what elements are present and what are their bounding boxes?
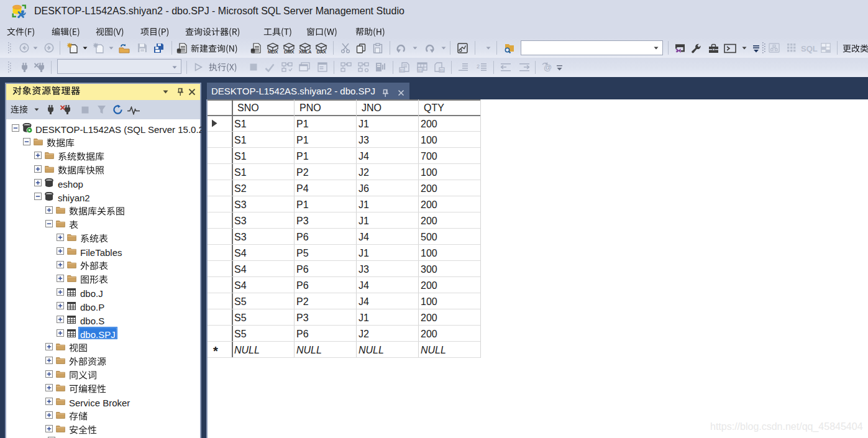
svg-text:DAX: DAX [317, 49, 327, 54]
svg-text:2: 2 [477, 63, 480, 70]
svg-text:01: 01 [440, 68, 444, 72]
svg-text:XMLA: XMLA [299, 49, 311, 54]
svg-text:01: 01 [400, 68, 404, 72]
svg-text:DMX: DMX [284, 49, 295, 54]
svg-text:MDX: MDX [268, 49, 278, 54]
svg-text:01: 01 [418, 68, 423, 72]
svg-text:@: @ [544, 63, 552, 72]
